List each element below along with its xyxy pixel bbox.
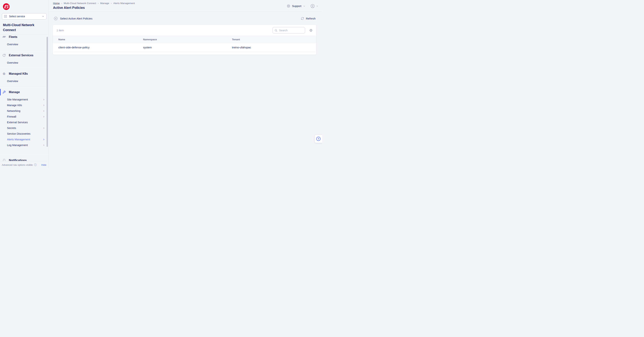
- breadcrumb-home-link[interactable]: Home: [53, 2, 60, 4]
- breadcrumb-item: Alerts Management: [113, 2, 135, 4]
- f5-logo-text: f5: [4, 4, 8, 9]
- sidebar-item-label: Managed K8s: [9, 72, 28, 75]
- column-header-name[interactable]: Name: [53, 36, 138, 43]
- plus-circle-icon: [54, 16, 58, 20]
- sidebar-nav: Fleets Overview External Services Overvi…: [0, 34, 48, 168]
- sidebar-item-fleets[interactable]: Fleets: [0, 34, 48, 41]
- nav-section-manage: Manage Site Management Manage K8s Networ…: [0, 87, 48, 155]
- sidebar-item-label: External Services: [9, 54, 33, 57]
- refresh-button[interactable]: Refresh: [301, 17, 316, 20]
- question-mark-glyph: ?: [318, 137, 319, 140]
- question-mark-icon: ?: [316, 137, 320, 141]
- support-label: Support: [292, 4, 302, 7]
- sidebar-item-label: Fleets: [9, 35, 17, 39]
- sidebar-item-external-services-manage[interactable]: External Services: [0, 119, 48, 125]
- account-menu[interactable]: [310, 4, 318, 8]
- sidebar-footer: Advanced nav options visible Hide: [0, 161, 48, 168]
- nav-section-external-services: External Services Overview: [0, 50, 48, 69]
- sidebar-item-label: Manage: [9, 90, 20, 94]
- sidebar-scrollbar[interactable]: [46, 37, 48, 147]
- chevron-right-icon: [43, 126, 44, 129]
- sidebar: f5 Select service Multi-Cloud Network Co…: [0, 0, 48, 168]
- menu-item-label: Networking: [7, 109, 20, 112]
- managed-k8s-icon: [2, 72, 6, 76]
- manage-wrench-icon: [2, 90, 6, 94]
- sidebar-item-managed-k8s-overview[interactable]: Overview: [0, 77, 48, 85]
- external-services-icon: [2, 53, 6, 57]
- info-icon: [34, 163, 37, 167]
- header-actions: Support: [287, 4, 318, 8]
- policies-table-card: 1 item Name Namespace Tenant client-side…: [53, 25, 316, 55]
- search-input[interactable]: [279, 29, 303, 32]
- cell-name: client-side-defense-policy: [53, 43, 138, 52]
- support-menu[interactable]: Support: [287, 4, 306, 8]
- menu-item-label: Site Management: [7, 98, 28, 101]
- sidebar-item-service-discoveries[interactable]: Service Discoveries: [0, 131, 48, 136]
- chevron-right-icon: [43, 115, 44, 118]
- column-header-tenant[interactable]: Tenant: [226, 36, 316, 43]
- chevron-right-icon: [43, 103, 44, 107]
- sidebar-item-alerts-management[interactable]: Alerts Management: [0, 136, 48, 142]
- breadcrumb-separator-icon: [98, 2, 98, 4]
- refresh-label: Refresh: [306, 17, 316, 20]
- breadcrumb: Home Multi-Cloud Network Connect Manage …: [53, 2, 318, 4]
- select-policies-label: Select Active Alert Policies: [60, 17, 92, 20]
- sidebar-header: f5 Select service Multi-Cloud Network Co…: [0, 0, 48, 32]
- chevron-right-icon: [43, 109, 44, 112]
- breadcrumb-separator-icon: [111, 2, 112, 4]
- breadcrumb-separator-icon: [61, 2, 62, 4]
- table-card-header: 1 item: [53, 25, 316, 36]
- chevron-right-icon: [43, 137, 44, 141]
- fleets-icon: [2, 35, 6, 39]
- hide-advanced-nav-link[interactable]: Hide: [41, 164, 46, 166]
- menu-item-label: Service Discoveries: [7, 132, 30, 135]
- menu-item-label: Log Management: [7, 144, 28, 147]
- chevron-right-icon: [43, 97, 44, 101]
- user-avatar-icon: [310, 4, 315, 8]
- table-search: [272, 27, 305, 33]
- page-header: Home Multi-Cloud Network Connect Manage …: [49, 0, 322, 12]
- menu-item-label: Alerts Management: [7, 138, 30, 141]
- select-service-label: Select service: [9, 15, 42, 18]
- item-count: 1 item: [56, 29, 64, 32]
- table-header-row: Name Namespace Tenant: [53, 36, 316, 43]
- table-row[interactable]: client-side-defense-policy system treino…: [53, 43, 316, 52]
- sidebar-item-manage-k8s[interactable]: Manage K8s: [0, 102, 48, 108]
- chevron-down-icon: [42, 15, 44, 18]
- sidebar-item-managed-k8s[interactable]: Managed K8s: [0, 70, 48, 77]
- manage-menu: Site Management Manage K8s Networking Fi…: [0, 96, 48, 153]
- sidebar-item-fleets-overview[interactable]: Overview: [0, 41, 48, 48]
- table-settings-gear-icon[interactable]: [309, 28, 312, 32]
- sidebar-item-firewall[interactable]: Firewall: [0, 114, 48, 119]
- menu-item-label: Manage K8s: [7, 104, 22, 107]
- menu-item-label: External Services: [7, 121, 28, 124]
- sidebar-item-networking[interactable]: Networking: [0, 108, 48, 114]
- breadcrumb-item: Multi-Cloud Network Connect: [64, 2, 96, 4]
- help-button[interactable]: ?: [315, 135, 322, 143]
- sidebar-item-log-management[interactable]: Log Management: [0, 142, 48, 148]
- product-title: Multi-Cloud Network Connect: [3, 23, 38, 32]
- chevron-down-icon: [303, 5, 306, 7]
- sidebar-item-manage[interactable]: Manage: [0, 88, 48, 96]
- menu-item-label: Secrets: [7, 127, 16, 129]
- search-icon: [274, 29, 278, 32]
- advanced-nav-status: Advanced nav options visible: [2, 164, 33, 166]
- column-header-namespace[interactable]: Namespace: [138, 36, 226, 43]
- main-content: Home Multi-Cloud Network Connect Manage …: [49, 0, 322, 168]
- select-service-dropdown[interactable]: Select service: [2, 13, 46, 19]
- cell-namespace: system: [138, 43, 226, 52]
- f5-logo: f5: [3, 3, 10, 10]
- sidebar-item-external-services-overview[interactable]: Overview: [0, 59, 48, 66]
- card-bottom-padding: [53, 52, 316, 55]
- life-buoy-icon: [287, 4, 290, 8]
- sidebar-item-secrets[interactable]: Secrets: [0, 125, 48, 131]
- chevron-right-icon: [43, 143, 44, 147]
- sidebar-item-external-services[interactable]: External Services: [0, 52, 48, 59]
- sidebar-item-site-management[interactable]: Site Management: [0, 97, 48, 102]
- select-active-alert-policies-button[interactable]: Select Active Alert Policies: [54, 16, 92, 20]
- cell-tenant: treino-ufahspac: [226, 43, 316, 52]
- grid-icon: [4, 15, 7, 18]
- menu-item-label: Firewall: [7, 115, 16, 118]
- chevron-down-icon: [316, 5, 318, 7]
- nav-section-managed-k8s: Managed K8s Overview: [0, 69, 48, 87]
